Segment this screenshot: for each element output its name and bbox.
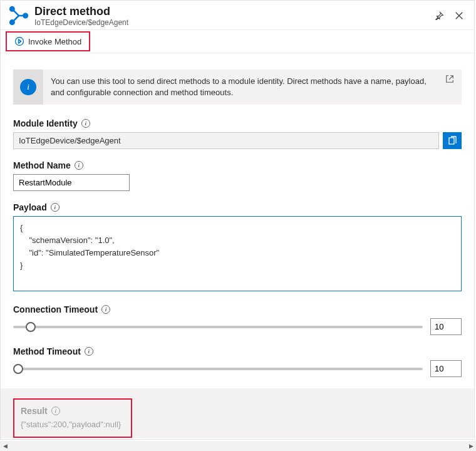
- method-name-label: Method Name: [13, 160, 71, 170]
- payload-field: Payload i: [13, 202, 462, 293]
- info-tooltip-icon[interactable]: i: [85, 347, 93, 356]
- method-timeout-value[interactable]: [430, 360, 462, 377]
- method-timeout-slider[interactable]: [13, 361, 423, 376]
- info-tooltip-icon[interactable]: i: [51, 203, 59, 212]
- info-icon-box: i: [13, 70, 43, 105]
- copy-button[interactable]: [443, 132, 462, 149]
- scroll-right-icon[interactable]: ▶: [466, 441, 476, 451]
- result-area: Result i {"status":200,"payload":null}: [1, 388, 474, 438]
- info-icon: i: [20, 79, 36, 95]
- highlight-invoke: Invoke Method: [6, 31, 90, 51]
- result-value: {"status":200,"payload":null}: [21, 420, 125, 429]
- payload-input[interactable]: [13, 216, 462, 291]
- close-button[interactable]: [452, 8, 467, 23]
- method-timeout-field: Method Timeout i: [13, 346, 462, 377]
- slider-thumb[interactable]: [13, 364, 23, 374]
- svg-rect-4: [449, 138, 454, 144]
- method-timeout-label: Method Timeout: [13, 346, 81, 356]
- content-area: i You can use this tool to send direct m…: [1, 53, 474, 438]
- panel-header: Direct method IoTEdgeDevice/$edgeAgent: [1, 1, 474, 29]
- info-tooltip-icon[interactable]: i: [101, 305, 110, 314]
- highlight-result: Result i {"status":200,"payload":null}: [13, 398, 132, 438]
- info-tooltip-icon[interactable]: i: [51, 407, 60, 415]
- info-banner: i You can use this tool to send direct m…: [13, 70, 462, 105]
- horizontal-scrollbar[interactable]: ◀ ▶: [0, 441, 476, 451]
- pin-button[interactable]: [432, 8, 447, 23]
- invoke-method-button[interactable]: Invoke Method: [9, 34, 86, 49]
- payload-label: Payload: [13, 202, 47, 212]
- scroll-left-icon[interactable]: ◀: [0, 441, 10, 451]
- connection-timeout-slider[interactable]: [13, 319, 423, 334]
- slider-thumb[interactable]: [26, 322, 36, 332]
- connection-timeout-value[interactable]: [430, 318, 462, 335]
- panel-subtitle: IoTEdgeDevice/$edgeAgent: [34, 18, 432, 27]
- toolbar: Invoke Method: [1, 29, 474, 53]
- method-name-input[interactable]: [13, 174, 130, 191]
- header-texts: Direct method IoTEdgeDevice/$edgeAgent: [34, 4, 432, 27]
- panel-title: Direct method: [34, 4, 432, 18]
- connection-timeout-field: Connection Timeout i: [13, 304, 462, 335]
- external-link-icon[interactable]: [445, 75, 455, 85]
- module-identity-field: Module Identity i: [13, 118, 462, 149]
- svg-point-3: [16, 38, 24, 46]
- direct-method-panel: Direct method IoTEdgeDevice/$edgeAgent I…: [0, 0, 475, 440]
- method-name-field: Method Name i: [13, 160, 462, 191]
- connection-timeout-label: Connection Timeout: [13, 304, 98, 314]
- module-identity-input: [13, 132, 439, 149]
- invoke-method-label: Invoke Method: [28, 37, 81, 46]
- invoke-icon: [14, 36, 24, 46]
- info-tooltip-icon[interactable]: i: [75, 161, 83, 170]
- info-text: You can use this tool to send direct met…: [43, 70, 462, 105]
- result-label: Result: [21, 406, 48, 416]
- info-tooltip-icon[interactable]: i: [81, 119, 90, 128]
- direct-method-icon: [8, 5, 29, 26]
- module-identity-label: Module Identity: [13, 118, 78, 128]
